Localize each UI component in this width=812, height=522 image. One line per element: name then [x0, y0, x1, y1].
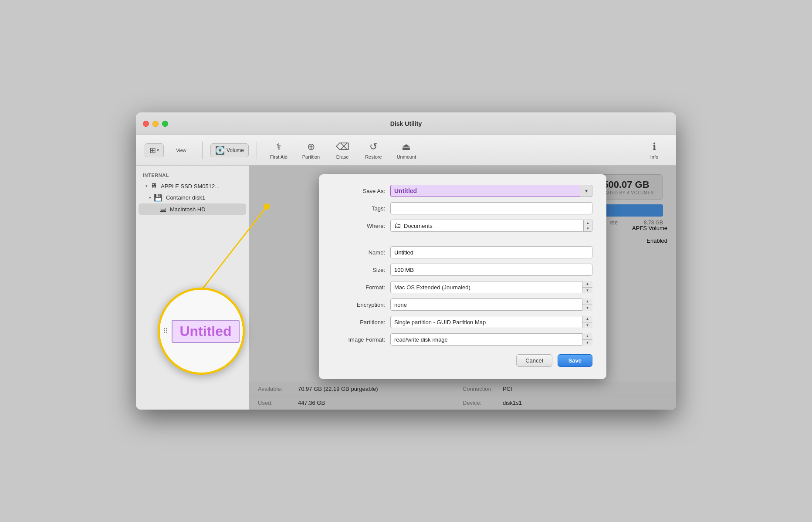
- disk-utility-window: Disk Utility ⊞ ▾ View 💽 Volume ⚕ First A…: [136, 112, 676, 410]
- collapse-triangle-icon-2: ▾: [149, 196, 151, 200]
- save-as-row: Save As: ▾: [333, 185, 592, 197]
- name-row: Name:: [333, 246, 592, 258]
- where-value-text: Documents: [404, 223, 433, 229]
- size-input[interactable]: [390, 264, 592, 276]
- close-button[interactable]: [143, 121, 149, 127]
- erase-icon: ⌫: [336, 141, 349, 153]
- encryption-label: Encryption:: [333, 302, 385, 308]
- name-input[interactable]: [390, 246, 592, 258]
- save-as-dropdown-arrow[interactable]: ▾: [580, 185, 592, 197]
- sidebar-item-label: APPLE SSD SM0512...: [161, 183, 220, 190]
- tags-label: Tags:: [333, 205, 385, 212]
- name-label: Name:: [333, 249, 385, 256]
- view-label-btn: View: [168, 145, 194, 156]
- main-area: Internal ▾ 🖥 APPLE SSD SM0512... ▾ 💾 Con…: [136, 166, 676, 410]
- where-stepper[interactable]: ▲ ▼: [584, 220, 592, 232]
- sidebar-item-macintosh-hd[interactable]: 🖴 Macintosh HD: [139, 203, 246, 215]
- image-format-stepper-up[interactable]: ▲: [582, 333, 592, 340]
- unmount-label: Unmount: [397, 154, 416, 159]
- partition-icon: ⊕: [307, 141, 315, 153]
- save-as-input[interactable]: [390, 185, 580, 197]
- partitions-select: Single partition - GUID Partition Map ▲ …: [390, 316, 592, 328]
- partition-label: Partition: [302, 154, 320, 159]
- sidebar-item-apple-ssd[interactable]: ▾ 🖥 APPLE SSD SM0512...: [139, 180, 246, 192]
- first-aid-label: First Aid: [270, 154, 288, 159]
- unmount-button[interactable]: ⏏ Unmount: [392, 139, 422, 162]
- folder-icon: 🗂: [394, 222, 401, 230]
- first-aid-icon: ⚕: [276, 141, 281, 153]
- image-format-select: read/write disk image ▲ ▼: [390, 333, 592, 346]
- unmount-icon: ⏏: [402, 141, 411, 153]
- info-button[interactable]: ℹ Info: [641, 139, 667, 162]
- format-label: Format:: [333, 284, 385, 291]
- save-as-label: Save As:: [333, 188, 385, 194]
- partition-button[interactable]: ⊕ Partition: [297, 139, 325, 162]
- sidebar-item-container-disk1[interactable]: ▾ 💾 Container disk1: [139, 192, 246, 203]
- dialog-divider: [333, 239, 592, 239]
- volume-icon: 💽: [215, 146, 225, 155]
- partitions-stepper-down[interactable]: ▼: [582, 322, 592, 329]
- separator-1: [202, 142, 203, 159]
- sidebar-item-label-2: Container disk1: [166, 194, 205, 201]
- partitions-select-input[interactable]: Single partition - GUID Partition Map: [390, 316, 592, 328]
- encryption-stepper-up[interactable]: ▲: [582, 298, 592, 305]
- format-select: Mac OS Extended (Journaled) ▲ ▼: [390, 281, 592, 293]
- title-bar: Disk Utility: [136, 112, 676, 135]
- hard-drive-icon: 🖥: [150, 182, 157, 190]
- separator-2: [257, 142, 257, 159]
- image-format-select-input[interactable]: read/write disk image: [390, 333, 592, 346]
- view-dropdown-arrow: ▾: [157, 148, 159, 153]
- format-stepper-arrows: ▲ ▼: [582, 281, 592, 293]
- partitions-row: Partitions: Single partition - GUID Part…: [333, 316, 592, 328]
- format-row: Format: Mac OS Extended (Journaled) ▲ ▼: [333, 281, 592, 293]
- restore-icon: ↺: [369, 141, 377, 153]
- content-area: 500.07 GB SHARED BY 4 VOLUMES ree 8.78 G…: [249, 166, 676, 410]
- image-format-stepper-arrows: ▲ ▼: [582, 333, 592, 346]
- where-label: Where:: [333, 223, 385, 229]
- minimize-button[interactable]: [152, 121, 159, 127]
- first-aid-button[interactable]: ⚕ First Aid: [265, 139, 293, 162]
- encryption-stepper-down[interactable]: ▼: [582, 305, 592, 311]
- partitions-stepper-arrows: ▲ ▼: [582, 316, 592, 328]
- image-format-label: Image Format:: [333, 336, 385, 343]
- encryption-select: none ▲ ▼: [390, 298, 592, 311]
- save-button[interactable]: Save: [558, 354, 592, 367]
- volume-button[interactable]: 💽 Volume: [210, 143, 249, 157]
- image-format-stepper-down[interactable]: ▼: [582, 340, 592, 346]
- macintosh-hd-icon: 🖴: [159, 205, 166, 213]
- save-dialog: Save As: ▾ Tags: Where:: [319, 174, 606, 379]
- where-select-value[interactable]: 🗂 Documents: [390, 220, 584, 232]
- dialog-overlay: Save As: ▾ Tags: Where:: [249, 166, 676, 410]
- where-stepper-up-icon[interactable]: ▲: [584, 220, 592, 226]
- format-stepper-down[interactable]: ▼: [582, 288, 592, 294]
- toolbar: ⊞ ▾ View 💽 Volume ⚕ First Aid ⊕ Partitio…: [136, 135, 676, 166]
- partitions-stepper-up[interactable]: ▲: [582, 316, 592, 322]
- tags-input[interactable]: [390, 202, 592, 214]
- restore-button[interactable]: ↺ Restore: [360, 139, 387, 162]
- erase-label: Erase: [336, 154, 349, 159]
- where-stepper-down-icon[interactable]: ▼: [584, 226, 592, 232]
- sidebar-item-label-3: Macintosh HD: [170, 206, 206, 213]
- window-title: Disk Utility: [390, 120, 422, 127]
- view-button[interactable]: ⊞ ▾: [145, 143, 164, 157]
- maximize-button[interactable]: [162, 121, 168, 127]
- format-stepper-up[interactable]: ▲: [582, 281, 592, 288]
- encryption-select-input[interactable]: none: [390, 298, 592, 311]
- view-label: View: [176, 148, 186, 153]
- container-icon: 💾: [154, 193, 162, 202]
- traffic-lights: [143, 121, 168, 127]
- volume-label: Volume: [227, 147, 244, 153]
- where-select: 🗂 Documents ▲ ▼: [390, 220, 592, 232]
- info-label: Info: [650, 154, 658, 159]
- encryption-row: Encryption: none ▲ ▼: [333, 298, 592, 311]
- tags-row: Tags:: [333, 202, 592, 214]
- restore-label: Restore: [365, 154, 382, 159]
- size-row: Size:: [333, 264, 592, 276]
- dialog-buttons: Cancel Save: [333, 354, 592, 367]
- cancel-button[interactable]: Cancel: [516, 354, 552, 367]
- erase-button[interactable]: ⌫ Erase: [329, 139, 355, 162]
- collapse-triangle-icon: ▾: [145, 184, 148, 188]
- partitions-label: Partitions:: [333, 319, 385, 325]
- format-select-input[interactable]: Mac OS Extended (Journaled): [390, 281, 592, 293]
- image-format-row: Image Format: read/write disk image ▲ ▼: [333, 333, 592, 346]
